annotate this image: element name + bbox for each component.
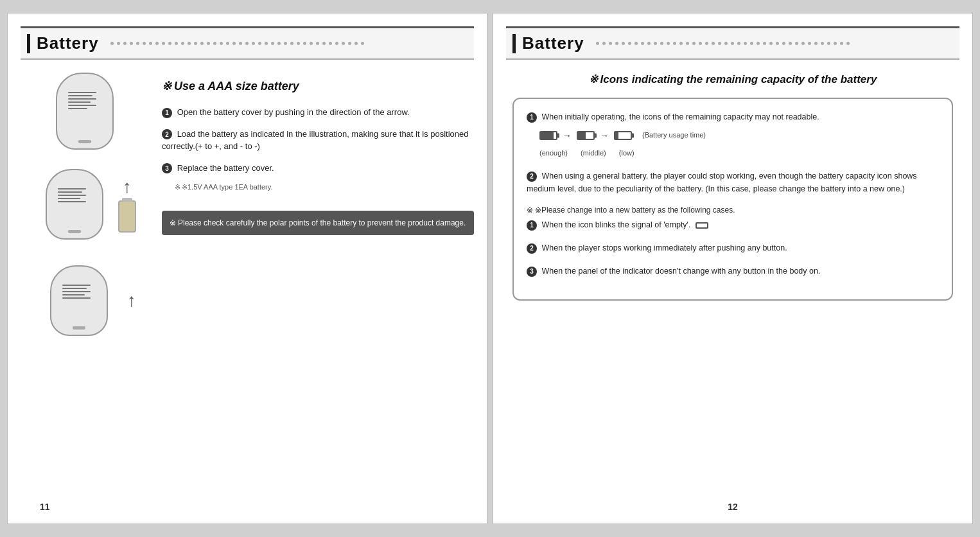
dot — [647, 42, 651, 45]
dot — [143, 42, 146, 45]
dot — [110, 42, 114, 45]
dot — [846, 42, 850, 45]
device-img-1 — [33, 73, 136, 156]
info-text-2: When using a general battery, the player… — [527, 172, 917, 193]
dot — [265, 42, 268, 45]
dot — [769, 42, 773, 45]
arrow-1: → — [563, 128, 572, 143]
dot — [361, 42, 364, 45]
blue-bar-left — [27, 34, 30, 53]
change-note: ※Please change into a new battery as the… — [527, 206, 939, 215]
section-header-right: Battery — [506, 26, 959, 60]
info-box: 1 When initially operating, the icons of… — [512, 98, 953, 301]
dot — [155, 42, 159, 45]
device-port-2 — [68, 230, 81, 233]
dot — [239, 42, 242, 45]
dot — [194, 42, 197, 45]
dot — [834, 42, 837, 45]
up-arrow: ↑ — [123, 177, 132, 197]
dot — [303, 42, 306, 45]
change-text-2: When the player stops working immediatel… — [541, 243, 787, 252]
device-screen-1 — [68, 92, 101, 110]
left-content: ↑ — [21, 73, 474, 349]
dot — [673, 42, 676, 45]
page-left: Battery — [7, 13, 487, 524]
up-arrow-2: ↑ — [127, 290, 136, 311]
dot — [149, 42, 152, 45]
dot — [705, 42, 708, 45]
empty-batt-icon — [696, 222, 708, 229]
dot — [162, 42, 165, 45]
batt-label-enough: (enough) — [539, 148, 568, 159]
icons-section-title: Icons indicating the remaining capacity … — [506, 73, 959, 86]
dot — [827, 42, 830, 45]
page-number-right: 12 — [728, 502, 738, 512]
dot — [763, 42, 766, 45]
battery-insert-icon — [118, 200, 136, 233]
dot — [757, 42, 760, 45]
batt-icon-full — [539, 131, 557, 140]
dot — [724, 42, 728, 45]
info-num-1: 1 — [527, 112, 537, 123]
device-port-3 — [73, 326, 85, 330]
dot — [123, 42, 127, 45]
dot — [207, 42, 210, 45]
dot — [316, 42, 319, 45]
dot — [310, 42, 313, 45]
batt-label-low: (low) — [619, 148, 634, 159]
dot — [744, 42, 747, 45]
step-2-text: Load the battery as indicated in the ill… — [162, 129, 468, 152]
dot — [354, 42, 358, 45]
dot — [232, 42, 236, 45]
step-2: 2 Load the battery as indicated in the i… — [162, 128, 474, 153]
dot — [220, 42, 223, 45]
dot — [712, 42, 715, 45]
step-num-1: 1 — [162, 108, 172, 118]
dot — [596, 42, 599, 45]
dot — [609, 42, 612, 45]
dot — [808, 42, 811, 45]
dot — [258, 42, 261, 45]
step-1: 1 Open the battery cover by pushing in t… — [162, 106, 474, 119]
dot — [679, 42, 683, 45]
dot — [821, 42, 824, 45]
battery-note: ※1.5V AAA type 1EA battery. — [162, 183, 474, 191]
step-num-3: 3 — [162, 163, 172, 173]
dot — [226, 42, 229, 45]
use-aaa-title: Use a AAA size battery — [162, 79, 474, 93]
dot — [718, 42, 721, 45]
blue-bar-right — [512, 34, 516, 53]
warning-box: Please check carefully the polar points … — [162, 211, 474, 235]
change-item-2: 2 When the player stops working immediat… — [527, 242, 939, 254]
dot — [699, 42, 702, 45]
device-body-1 — [56, 73, 114, 150]
section-header-left: Battery — [21, 26, 474, 60]
dot — [175, 42, 178, 45]
dot — [602, 42, 606, 45]
dot — [686, 42, 689, 45]
dots-line-left — [110, 42, 468, 45]
dot — [245, 42, 249, 45]
dot — [130, 42, 133, 45]
device-body-2 — [46, 169, 103, 240]
dot — [284, 42, 287, 45]
dot — [615, 42, 618, 45]
dot — [168, 42, 171, 45]
dot — [322, 42, 326, 45]
dot — [654, 42, 657, 45]
dot — [750, 42, 753, 45]
dot — [297, 42, 300, 45]
dot — [776, 42, 779, 45]
dot — [667, 42, 670, 45]
change-num-2: 2 — [527, 243, 537, 254]
dot — [801, 42, 805, 45]
instructions-panel: Use a AAA size battery 1 Open the batter… — [155, 73, 474, 349]
device-body-3 — [50, 265, 108, 336]
batt-icon-mid — [577, 131, 595, 140]
dot — [622, 42, 625, 45]
step-1-text: Open the battery cover by pushing in the… — [177, 107, 410, 117]
dot — [335, 42, 338, 45]
section-title-right: Battery — [522, 33, 584, 53]
dot — [737, 42, 740, 45]
step-3-text: Replace the battery cover. — [177, 163, 274, 173]
